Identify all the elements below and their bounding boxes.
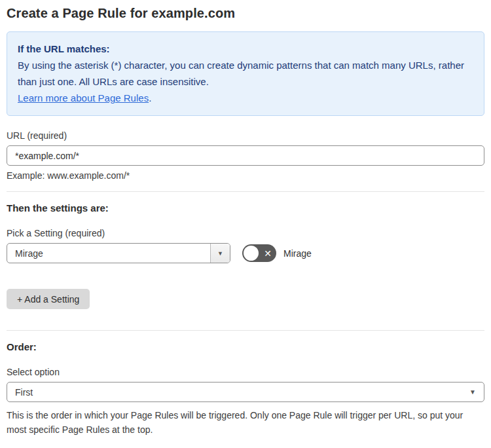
toggle-label: Mirage <box>283 248 312 259</box>
url-example-hint: Example: www.example.com/* <box>7 170 484 181</box>
setting-row: Mirage ▼ ✕ Mirage <box>7 243 484 263</box>
order-select[interactable]: First ▼ <box>7 382 484 402</box>
toggle-knob <box>244 246 259 261</box>
chevron-down-icon: ▼ <box>217 250 223 257</box>
info-box-heading: If the URL matches: <box>18 41 473 57</box>
url-field-label: URL (required) <box>7 130 484 141</box>
order-help-text: This is the order in which your Page Rul… <box>7 408 478 437</box>
chevron-down-icon: ▼ <box>469 388 476 396</box>
url-matches-info-box: If the URL matches: By using the asteris… <box>7 31 484 116</box>
divider <box>7 330 484 331</box>
settings-section-heading: Then the settings are: <box>7 202 484 214</box>
setting-select-value: Mirage <box>7 248 210 259</box>
divider <box>7 191 484 192</box>
order-select-value: First <box>15 387 33 398</box>
page-title: Create a Page Rule for example.com <box>7 6 484 21</box>
setting-select-arrow-button[interactable]: ▼ <box>210 244 230 263</box>
learn-more-link[interactable]: Learn more about Page Rules <box>18 92 149 103</box>
mirage-toggle[interactable]: ✕ <box>242 244 276 262</box>
order-section-heading: Order: <box>7 341 484 352</box>
order-select-label: Select option <box>7 367 484 377</box>
setting-select[interactable]: Mirage ▼ <box>7 243 230 263</box>
info-box-body: By using the asterisk (*) character, you… <box>18 57 473 90</box>
create-page-rule-page: Create a Page Rule for example.com If th… <box>0 0 491 448</box>
pick-setting-label: Pick a Setting (required) <box>7 228 484 238</box>
link-suffix: . <box>149 92 151 103</box>
toggle-x-icon: ✕ <box>264 248 272 257</box>
add-setting-button[interactable]: + Add a Setting <box>7 289 90 309</box>
url-input[interactable] <box>7 145 484 166</box>
info-box-link-line: Learn more about Page Rules. <box>18 90 473 106</box>
